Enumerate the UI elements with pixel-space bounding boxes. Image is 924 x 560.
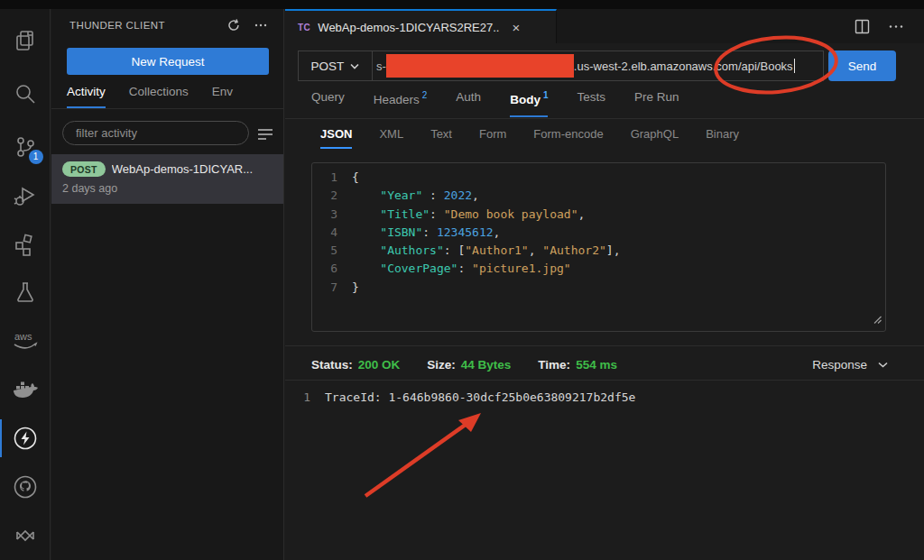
resize-handle[interactable] <box>873 312 882 328</box>
line-number: 4 <box>312 224 352 242</box>
activity-bar-item-aws[interactable]: aws <box>0 317 51 365</box>
more-icon <box>888 19 904 34</box>
request-tab-pre-run[interactable]: Pre Run <box>634 90 679 115</box>
line-number: 1 <box>312 169 352 187</box>
filter-lines-icon <box>256 125 274 142</box>
line-number: 7 <box>312 279 352 297</box>
url-input[interactable]: s- .us-west-2.elb.amazonaws.com/api/Book… <box>373 50 824 81</box>
activity-list: POSTWebAp-demos-1DICYAR...2 days ago <box>51 154 283 204</box>
send-button[interactable]: Send <box>828 50 896 81</box>
body-tab-form-encode[interactable]: Form-encode <box>533 127 603 149</box>
refresh-icon <box>226 18 241 32</box>
response-dropdown[interactable]: Response <box>812 358 888 372</box>
docker-icon <box>12 378 39 401</box>
svg-text:aws: aws <box>14 331 32 342</box>
request-tab-tests[interactable]: Tests <box>577 90 605 115</box>
activity-bar-item-github[interactable] <box>0 463 51 511</box>
editor-more-button[interactable] <box>888 19 904 34</box>
json-body-editor[interactable]: 1{2 "Year" : 2022,3 "Title": "Demo book … <box>311 162 886 332</box>
thunder-client-icon <box>12 425 39 452</box>
code-line: 6 "CoverPage": "picture1.jpg" <box>312 260 885 278</box>
activity-list-item[interactable]: POSTWebAp-demos-1DICYAR...2 days ago <box>51 154 283 204</box>
code-content: "CoverPage": "picture1.jpg" <box>352 260 571 278</box>
code-content: "Title": "Demo book payload", <box>352 206 585 224</box>
status-label: Status: <box>311 358 353 372</box>
url-redaction-block <box>386 54 574 78</box>
activity-bar-item-run-debug[interactable] <box>0 171 51 220</box>
activity-bar-item-source-control[interactable]: 1 <box>0 123 51 171</box>
activity-bar-item-search[interactable] <box>0 67 51 123</box>
activity-bar-item-thunder-client[interactable] <box>0 414 51 463</box>
window-top-strip <box>0 0 924 9</box>
request-name: WebAp-demos-1DICYAR... <box>112 162 253 176</box>
method-label: POST <box>311 60 345 73</box>
testing-icon <box>13 280 38 305</box>
filter-options-button[interactable] <box>256 125 274 142</box>
activity-bar-item-extensions[interactable] <box>0 220 51 269</box>
code-content: "Authors": ["Author1", "Author2"], <box>352 242 620 260</box>
method-dropdown[interactable]: POST <box>298 50 373 81</box>
run-debug-icon <box>13 183 38 208</box>
url-prefix-text: s- <box>376 60 386 73</box>
thunder-client-sidebar: THUNDER CLIENT New Request ActivityColle… <box>51 9 284 560</box>
request-tab-label: Headers <box>374 93 420 106</box>
sidebar-tab-env[interactable]: Env <box>212 85 233 108</box>
split-editor-button[interactable] <box>855 19 870 34</box>
trace-id-text: TraceId: 1-646b9860-30dcf25b0e63809217b2… <box>325 388 635 408</box>
body-tab-text[interactable]: Text <box>430 127 452 149</box>
sidebar-more-button[interactable] <box>251 15 271 35</box>
activity-bar-item-explorer[interactable] <box>0 14 51 67</box>
editor-tab-bar: TC WebAp-demos-1DICYARS2RE27.. × <box>285 9 924 43</box>
visual-studio-icon <box>13 523 38 548</box>
body-type-tabs: JSONXMLTextFormForm-encodeGraphQLBinary <box>320 127 739 149</box>
time-field: Time:554 ms <box>538 358 617 372</box>
url-suffix-text: .us-west-2.elb.amazonaws.com/api/Books <box>574 60 793 73</box>
size-field: Size:44 Bytes <box>427 358 511 372</box>
code-lines: 1{2 "Year" : 2022,3 "Title": "Demo book … <box>312 169 885 297</box>
editor-tab[interactable]: TC WebAp-demos-1DICYARS2RE27.. × <box>285 9 557 43</box>
line-number: 6 <box>312 260 352 278</box>
tab-count-badge: 1 <box>543 90 549 100</box>
code-line: 3 "Title": "Demo book payload", <box>312 206 885 224</box>
request-tab-auth[interactable]: Auth <box>456 90 481 115</box>
request-tab-label: Tests <box>577 90 605 104</box>
new-request-button[interactable]: New Request <box>67 48 269 75</box>
request-tab-body[interactable]: Body1 <box>510 90 548 117</box>
code-content: { <box>352 169 359 187</box>
body-tab-json[interactable]: JSON <box>320 127 352 149</box>
sidebar-title: THUNDER CLIENT <box>69 20 217 31</box>
body-tab-form[interactable]: Form <box>479 127 506 149</box>
response-body-line: 1 TraceId: 1-646b9860-30dcf25b0e63809217… <box>285 388 924 408</box>
files-icon <box>13 28 38 53</box>
more-icon <box>254 18 268 32</box>
code-line: 4 "ISBN": 12345612, <box>312 224 885 242</box>
activity-bar-item-visual-studio[interactable] <box>0 511 51 560</box>
tab-count-badge: 2 <box>422 90 428 100</box>
scm-badge: 1 <box>29 150 43 164</box>
divider <box>285 118 924 119</box>
chevron-down-icon <box>350 63 359 69</box>
divider <box>285 380 924 381</box>
activity-bar-item-docker[interactable] <box>0 365 51 414</box>
body-tab-binary[interactable]: Binary <box>706 127 739 149</box>
request-tab-label: Auth <box>456 90 481 104</box>
body-tab-graphql[interactable]: GraphQL <box>631 127 679 149</box>
tab-close-button[interactable]: × <box>512 20 520 35</box>
aws-icon: aws <box>11 329 40 353</box>
request-tab-query[interactable]: Query <box>311 90 345 115</box>
code-content: "ISBN": 12345612, <box>352 224 500 242</box>
sidebar-tab-collections[interactable]: Collections <box>129 85 189 108</box>
sidebar-tab-activity[interactable]: Activity <box>67 85 106 108</box>
sidebar-header: THUNDER CLIENT <box>51 9 283 41</box>
refresh-button[interactable] <box>224 15 244 35</box>
request-tab-label: Query <box>311 90 345 104</box>
vscode-window: 1 aws <box>0 0 924 560</box>
thunder-client-tab-icon: TC <box>298 23 310 32</box>
activity-bar-item-testing[interactable] <box>0 269 51 317</box>
filter-activity-input[interactable] <box>62 121 249 145</box>
line-number: 2 <box>312 187 352 205</box>
request-tab-headers[interactable]: Headers2 <box>374 90 428 117</box>
line-number: 3 <box>312 206 352 224</box>
request-tab-label: Pre Run <box>634 90 679 104</box>
body-tab-xml[interactable]: XML <box>379 127 403 149</box>
